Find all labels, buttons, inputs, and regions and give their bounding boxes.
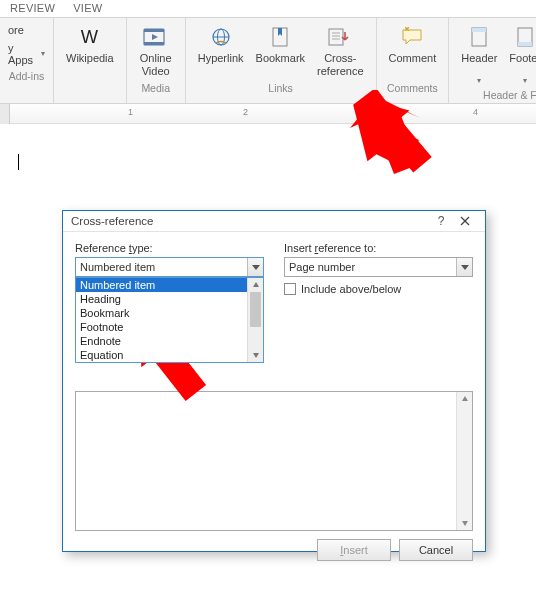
reference-type-listbox[interactable]: Numbered item Heading Bookmark Footnote …	[75, 277, 264, 363]
group-label-links: Links	[192, 80, 370, 94]
group-label-media: Media	[133, 80, 179, 94]
footer-button[interactable]: Footer ▾	[503, 22, 536, 87]
insert-button[interactable]: IInsertnsert	[317, 539, 391, 561]
scroll-up-icon[interactable]	[457, 392, 472, 406]
reference-type-combo[interactable]: Numbered item Numbered item Heading Book…	[75, 257, 264, 277]
cancel-button[interactable]: Cancel	[399, 539, 473, 561]
svg-rect-17	[472, 28, 486, 32]
svg-marker-25	[253, 282, 259, 287]
svg-marker-26	[253, 353, 259, 358]
wikipedia-button[interactable]: W Wikipedia	[60, 22, 120, 80]
checkbox-icon	[284, 283, 296, 295]
close-button[interactable]	[453, 211, 477, 231]
header-icon	[465, 24, 493, 50]
svg-rect-9	[329, 29, 343, 45]
group-label-addins2	[60, 80, 120, 94]
cross-reference-button[interactable]: Cross- reference	[311, 22, 369, 80]
group-label-addins: Add-ins	[6, 68, 47, 82]
chevron-down-icon: ▾	[41, 49, 45, 58]
online-video-button[interactable]: Online Video	[133, 22, 179, 80]
list-item[interactable]: Bookmark	[76, 306, 247, 320]
svg-marker-29	[462, 521, 468, 526]
group-label-comments: Comments	[383, 80, 443, 94]
chevron-down-icon	[456, 258, 472, 276]
store-button[interactable]: ore	[6, 22, 26, 38]
tab-review[interactable]: REVIEW	[10, 2, 55, 14]
svg-marker-4	[152, 34, 158, 40]
for-which-listbox[interactable]	[75, 391, 473, 531]
chevron-down-icon: ▾	[523, 76, 527, 85]
document-area[interactable]	[0, 124, 536, 172]
hyperlink-button[interactable]: Hyperlink	[192, 22, 250, 80]
help-button[interactable]: ?	[429, 211, 453, 231]
insert-reference-to-combo[interactable]: Page number	[284, 257, 473, 277]
scrollbar[interactable]	[456, 392, 472, 530]
bookmark-button[interactable]: Bookmark	[250, 22, 312, 80]
scrollbar[interactable]	[247, 278, 263, 362]
list-item[interactable]: Heading	[76, 292, 247, 306]
bookmark-icon	[266, 24, 294, 50]
video-icon	[142, 24, 170, 50]
close-icon	[460, 216, 470, 226]
svg-marker-28	[462, 396, 468, 401]
ribbon: ore y Apps ▾ Add-ins W Wikipedia	[0, 17, 536, 104]
group-label-headerfooter: Header & Footer	[455, 87, 536, 101]
hyperlink-icon	[207, 24, 235, 50]
chevron-down-icon	[247, 258, 263, 276]
header-button[interactable]: Header ▾	[455, 22, 503, 87]
ruler: 1 2 3 4	[0, 104, 536, 124]
svg-marker-24	[252, 265, 260, 270]
list-item[interactable]: Numbered item	[76, 278, 247, 292]
scroll-down-icon[interactable]	[248, 348, 263, 362]
text-cursor	[18, 154, 19, 170]
list-item[interactable]: Equation	[76, 348, 247, 362]
list-item[interactable]: Endnote	[76, 334, 247, 348]
svg-rect-3	[144, 42, 164, 45]
svg-rect-2	[144, 29, 164, 32]
svg-text:W: W	[81, 26, 99, 47]
comment-icon	[398, 24, 426, 50]
insert-reference-to-label: Insert reference to:	[284, 242, 473, 254]
scroll-thumb[interactable]	[250, 292, 261, 327]
include-above-below-checkbox[interactable]: Include above/below	[284, 283, 473, 295]
chevron-down-icon: ▾	[477, 76, 481, 85]
svg-rect-19	[518, 42, 532, 46]
comment-button[interactable]: Comment	[383, 22, 443, 80]
svg-marker-27	[461, 265, 469, 270]
cross-reference-dialog: Cross-reference ? Reference type: Number…	[62, 210, 486, 552]
scroll-down-icon[interactable]	[457, 516, 472, 530]
scroll-up-icon[interactable]	[248, 278, 263, 292]
dialog-title: Cross-reference	[71, 215, 153, 227]
footer-icon	[511, 24, 536, 50]
tab-view[interactable]: VIEW	[73, 2, 102, 14]
wikipedia-icon: W	[76, 24, 104, 50]
list-item[interactable]: Footnote	[76, 320, 247, 334]
cross-reference-icon	[326, 24, 354, 50]
my-apps-button[interactable]: y Apps ▾	[6, 40, 47, 68]
reference-type-label: Reference type:	[75, 242, 264, 254]
